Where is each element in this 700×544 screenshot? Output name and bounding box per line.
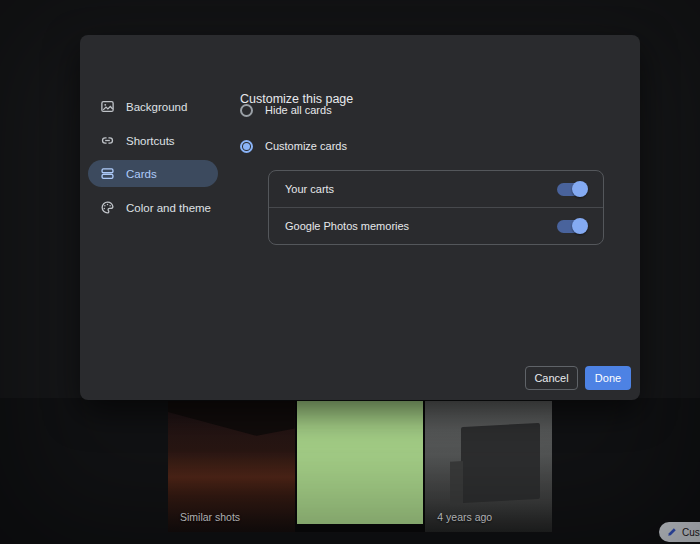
- radio-label: Customize cards: [265, 140, 347, 152]
- truck-shape: [461, 423, 540, 503]
- customize-dialog: Customize this page Background Shortcuts…: [80, 35, 640, 400]
- link-icon: [100, 133, 115, 148]
- your-carts-row: Your carts: [269, 171, 603, 207]
- sidebar-item-label: Background: [126, 101, 187, 113]
- memory-card-highlighted[interactable]: [297, 401, 424, 524]
- memory-card-caption: 4 years ago: [437, 511, 492, 523]
- radio-unselected-icon[interactable]: [240, 104, 253, 117]
- radio-label: Hide all cards: [265, 104, 332, 116]
- memory-card-similar-shots[interactable]: Similar shots: [168, 401, 295, 532]
- card-toggle-label: Google Photos memories: [285, 220, 409, 232]
- sidebar-item-background[interactable]: Background: [88, 93, 218, 120]
- done-button[interactable]: Done: [585, 366, 631, 390]
- customize-cards-option[interactable]: Customize cards: [240, 138, 347, 154]
- google-photos-memories-toggle[interactable]: [557, 220, 587, 233]
- palette-icon: [100, 200, 115, 215]
- sidebar-item-label: Shortcuts: [126, 135, 175, 147]
- cards-icon: [100, 166, 115, 181]
- your-carts-toggle[interactable]: [557, 183, 587, 196]
- airplane-wing-shape: [168, 401, 295, 493]
- memories-row: Similar shots 4 years ago: [168, 401, 552, 532]
- sidebar-item-label: Color and theme: [126, 202, 211, 214]
- pencil-icon: [667, 527, 677, 537]
- google-photos-memories-row: Google Photos memories: [269, 207, 603, 244]
- customize-chrome-label: Cust: [682, 527, 700, 538]
- sidebar-item-cards[interactable]: Cards: [88, 160, 218, 187]
- sidebar-item-shortcuts[interactable]: Shortcuts: [88, 127, 218, 154]
- memory-card-caption: Similar shots: [180, 511, 240, 523]
- card-toggle-list: Your carts Google Photos memories: [268, 170, 604, 245]
- hide-all-cards-option[interactable]: Hide all cards: [240, 102, 332, 118]
- background-image-icon: [100, 99, 115, 114]
- card-toggle-label: Your carts: [285, 183, 334, 195]
- radio-selected-icon[interactable]: [240, 140, 253, 153]
- cancel-button[interactable]: Cancel: [525, 366, 578, 390]
- memory-card-4-years-ago[interactable]: 4 years ago: [425, 401, 552, 532]
- sidebar-item-label: Cards: [126, 168, 157, 180]
- customize-chrome-button[interactable]: Cust: [659, 522, 700, 542]
- sidebar-item-color-theme[interactable]: Color and theme: [88, 194, 218, 221]
